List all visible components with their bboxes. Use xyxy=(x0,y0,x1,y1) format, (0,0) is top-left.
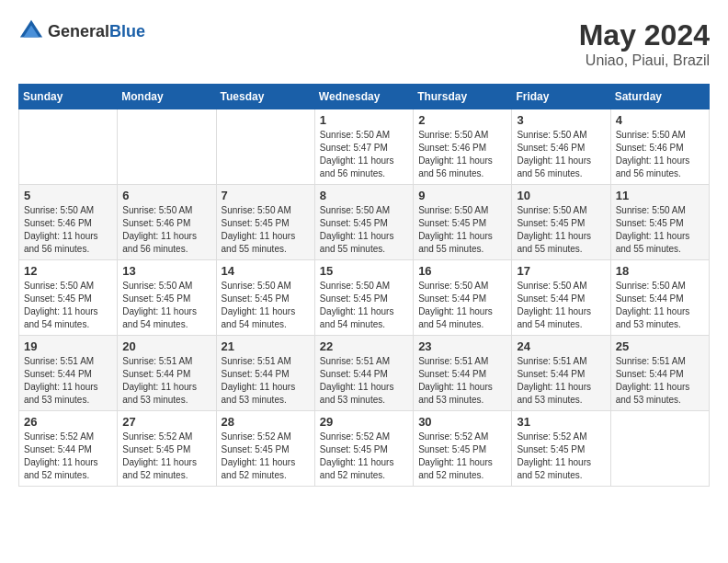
week-row-4: 19Sunrise: 5:51 AMSunset: 5:44 PMDayligh… xyxy=(19,336,710,411)
day-info: Sunrise: 5:50 AMSunset: 5:45 PMDaylight:… xyxy=(222,280,310,331)
week-row-5: 26Sunrise: 5:52 AMSunset: 5:44 PMDayligh… xyxy=(19,411,710,487)
day-cell: 17Sunrise: 5:50 AMSunset: 5:44 PMDayligh… xyxy=(512,260,610,336)
day-number: 22 xyxy=(320,339,408,353)
day-number: 15 xyxy=(320,264,408,278)
day-info: Sunrise: 5:50 AMSunset: 5:45 PMDaylight:… xyxy=(517,204,605,256)
weekday-header-row: SundayMondayTuesdayWednesdayThursdayFrid… xyxy=(19,85,710,109)
weekday-header-thursday: Thursday xyxy=(414,85,512,109)
day-cell: 31Sunrise: 5:52 AMSunset: 5:45 PMDayligh… xyxy=(512,411,610,487)
day-number: 14 xyxy=(222,264,310,278)
day-info: Sunrise: 5:50 AMSunset: 5:46 PMDaylight:… xyxy=(616,129,704,180)
logo-text-blue: Blue xyxy=(109,22,145,40)
day-number: 11 xyxy=(616,189,704,202)
day-info: Sunrise: 5:50 AMSunset: 5:46 PMDaylight:… xyxy=(122,204,210,256)
day-info: Sunrise: 5:50 AMSunset: 5:45 PMDaylight:… xyxy=(24,280,112,331)
day-number: 16 xyxy=(418,264,506,278)
day-info: Sunrise: 5:51 AMSunset: 5:44 PMDaylight:… xyxy=(517,355,605,407)
day-cell: 22Sunrise: 5:51 AMSunset: 5:44 PMDayligh… xyxy=(314,336,413,411)
day-cell: 27Sunrise: 5:52 AMSunset: 5:45 PMDayligh… xyxy=(118,411,216,487)
day-cell: 9Sunrise: 5:50 AMSunset: 5:45 PMDaylight… xyxy=(414,185,512,260)
day-cell: 7Sunrise: 5:50 AMSunset: 5:45 PMDaylight… xyxy=(216,185,314,260)
day-cell: 25Sunrise: 5:51 AMSunset: 5:44 PMDayligh… xyxy=(610,336,709,411)
weekday-header-wednesday: Wednesday xyxy=(314,85,413,109)
day-cell: 8Sunrise: 5:50 AMSunset: 5:45 PMDaylight… xyxy=(314,185,413,260)
day-cell: 30Sunrise: 5:52 AMSunset: 5:45 PMDayligh… xyxy=(414,411,512,487)
day-info: Sunrise: 5:51 AMSunset: 5:44 PMDaylight:… xyxy=(418,355,506,407)
location-title: Uniao, Piaui, Brazil xyxy=(579,52,710,69)
day-number: 4 xyxy=(616,113,704,127)
logo: GeneralBlue xyxy=(18,18,145,44)
month-title: May 2024 xyxy=(579,18,710,52)
day-cell: 19Sunrise: 5:51 AMSunset: 5:44 PMDayligh… xyxy=(19,336,118,411)
day-number: 18 xyxy=(616,264,704,278)
day-cell: 16Sunrise: 5:50 AMSunset: 5:44 PMDayligh… xyxy=(414,260,512,336)
day-cell xyxy=(610,411,709,487)
day-info: Sunrise: 5:50 AMSunset: 5:44 PMDaylight:… xyxy=(517,280,605,331)
day-cell: 29Sunrise: 5:52 AMSunset: 5:45 PMDayligh… xyxy=(314,411,413,487)
day-info: Sunrise: 5:50 AMSunset: 5:45 PMDaylight:… xyxy=(320,204,408,256)
day-info: Sunrise: 5:50 AMSunset: 5:45 PMDaylight:… xyxy=(122,280,210,331)
day-number: 20 xyxy=(122,339,210,353)
week-row-3: 12Sunrise: 5:50 AMSunset: 5:45 PMDayligh… xyxy=(19,260,710,336)
day-info: Sunrise: 5:50 AMSunset: 5:46 PMDaylight:… xyxy=(418,129,506,180)
day-cell: 11Sunrise: 5:50 AMSunset: 5:45 PMDayligh… xyxy=(610,185,709,260)
day-number: 19 xyxy=(24,339,112,353)
logo-text-general: General xyxy=(48,22,109,40)
weekday-header-tuesday: Tuesday xyxy=(216,85,314,109)
day-info: Sunrise: 5:50 AMSunset: 5:45 PMDaylight:… xyxy=(320,280,408,331)
day-info: Sunrise: 5:50 AMSunset: 5:44 PMDaylight:… xyxy=(418,280,506,331)
day-info: Sunrise: 5:50 AMSunset: 5:45 PMDaylight:… xyxy=(418,204,506,256)
day-cell: 1Sunrise: 5:50 AMSunset: 5:47 PMDaylight… xyxy=(314,109,413,185)
title-block: May 2024 Uniao, Piaui, Brazil xyxy=(579,18,710,69)
day-info: Sunrise: 5:52 AMSunset: 5:45 PMDaylight:… xyxy=(320,431,408,482)
day-number: 3 xyxy=(517,113,605,127)
day-cell: 6Sunrise: 5:50 AMSunset: 5:46 PMDaylight… xyxy=(118,185,216,260)
day-cell: 18Sunrise: 5:50 AMSunset: 5:44 PMDayligh… xyxy=(610,260,709,336)
day-cell: 13Sunrise: 5:50 AMSunset: 5:45 PMDayligh… xyxy=(118,260,216,336)
day-info: Sunrise: 5:52 AMSunset: 5:45 PMDaylight:… xyxy=(517,431,605,482)
day-cell: 12Sunrise: 5:50 AMSunset: 5:45 PMDayligh… xyxy=(19,260,118,336)
day-number: 30 xyxy=(418,415,506,429)
logo-icon xyxy=(18,18,44,44)
day-number: 12 xyxy=(24,264,112,278)
day-number: 28 xyxy=(222,415,310,429)
day-number: 17 xyxy=(517,264,605,278)
day-cell: 21Sunrise: 5:51 AMSunset: 5:44 PMDayligh… xyxy=(216,336,314,411)
day-info: Sunrise: 5:50 AMSunset: 5:45 PMDaylight:… xyxy=(222,204,310,256)
weekday-header-saturday: Saturday xyxy=(610,85,709,109)
day-info: Sunrise: 5:52 AMSunset: 5:44 PMDaylight:… xyxy=(24,431,112,482)
day-number: 9 xyxy=(418,189,506,202)
day-cell: 4Sunrise: 5:50 AMSunset: 5:46 PMDaylight… xyxy=(610,109,709,185)
calendar-table: SundayMondayTuesdayWednesdayThursdayFrid… xyxy=(18,84,710,487)
day-number: 13 xyxy=(122,264,210,278)
day-cell xyxy=(118,109,216,185)
day-number: 8 xyxy=(320,189,408,202)
day-cell: 2Sunrise: 5:50 AMSunset: 5:46 PMDaylight… xyxy=(414,109,512,185)
day-cell xyxy=(19,109,118,185)
weekday-header-sunday: Sunday xyxy=(19,85,118,109)
day-number: 2 xyxy=(418,113,506,127)
day-info: Sunrise: 5:50 AMSunset: 5:46 PMDaylight:… xyxy=(517,129,605,180)
day-info: Sunrise: 5:52 AMSunset: 5:45 PMDaylight:… xyxy=(222,431,310,482)
day-cell: 5Sunrise: 5:50 AMSunset: 5:46 PMDaylight… xyxy=(19,185,118,260)
page-header: GeneralBlue May 2024 Uniao, Piaui, Brazi… xyxy=(18,18,710,69)
day-info: Sunrise: 5:51 AMSunset: 5:44 PMDaylight:… xyxy=(616,355,704,407)
day-number: 23 xyxy=(418,339,506,353)
day-info: Sunrise: 5:52 AMSunset: 5:45 PMDaylight:… xyxy=(418,431,506,482)
day-info: Sunrise: 5:50 AMSunset: 5:46 PMDaylight:… xyxy=(24,204,112,256)
day-cell xyxy=(216,109,314,185)
day-info: Sunrise: 5:52 AMSunset: 5:45 PMDaylight:… xyxy=(122,431,210,482)
weekday-header-monday: Monday xyxy=(118,85,216,109)
day-number: 27 xyxy=(122,415,210,429)
day-number: 25 xyxy=(616,339,704,353)
day-number: 5 xyxy=(24,189,112,202)
day-cell: 28Sunrise: 5:52 AMSunset: 5:45 PMDayligh… xyxy=(216,411,314,487)
day-info: Sunrise: 5:51 AMSunset: 5:44 PMDaylight:… xyxy=(222,355,310,407)
day-info: Sunrise: 5:51 AMSunset: 5:44 PMDaylight:… xyxy=(24,355,112,407)
day-number: 7 xyxy=(222,189,310,202)
day-cell: 26Sunrise: 5:52 AMSunset: 5:44 PMDayligh… xyxy=(19,411,118,487)
day-info: Sunrise: 5:51 AMSunset: 5:44 PMDaylight:… xyxy=(122,355,210,407)
day-number: 29 xyxy=(320,415,408,429)
day-info: Sunrise: 5:50 AMSunset: 5:47 PMDaylight:… xyxy=(320,129,408,180)
day-cell: 24Sunrise: 5:51 AMSunset: 5:44 PMDayligh… xyxy=(512,336,610,411)
